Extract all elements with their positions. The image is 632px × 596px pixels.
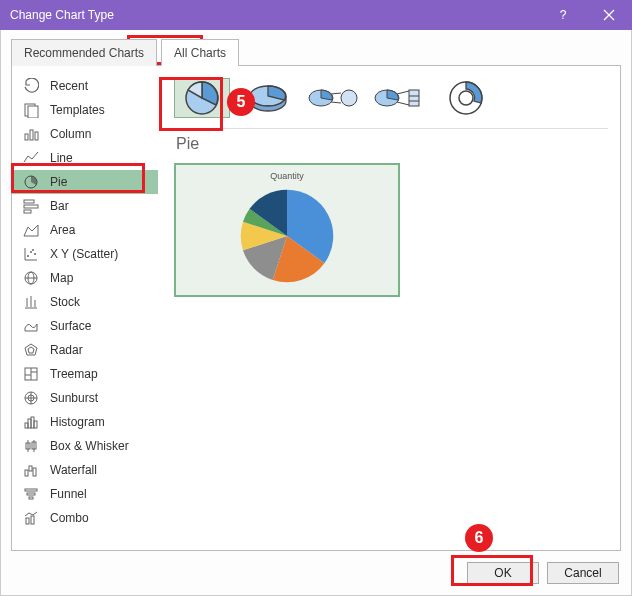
stock-icon: [22, 293, 40, 311]
sidebar-item-label: Pie: [50, 175, 67, 189]
map-icon: [22, 269, 40, 287]
sidebar-item-label: Sunburst: [50, 391, 98, 405]
sidebar-item-bar[interactable]: Bar: [12, 194, 158, 218]
subtype-title: Pie: [176, 135, 608, 153]
svg-line-56: [331, 102, 341, 103]
svg-rect-43: [25, 470, 28, 476]
sidebar-item-label: Recent: [50, 79, 88, 93]
sidebar-item-label: Map: [50, 271, 73, 285]
box-whisker-icon: [22, 437, 40, 455]
svg-rect-10: [24, 210, 31, 213]
svg-point-15: [30, 251, 32, 253]
subtype-row: [174, 78, 608, 118]
sidebar-item-recent[interactable]: Recent: [12, 74, 158, 98]
sidebar-item-label: Column: [50, 127, 91, 141]
surface-icon: [22, 317, 40, 335]
histogram-icon: [22, 413, 40, 431]
sidebar-item-label: Area: [50, 223, 75, 237]
sidebar-item-label: Funnel: [50, 487, 87, 501]
sidebar-item-line[interactable]: Line: [12, 146, 158, 170]
svg-marker-26: [28, 347, 34, 353]
svg-rect-44: [29, 466, 32, 471]
help-icon: ?: [560, 8, 567, 22]
sidebar-item-label: Templates: [50, 103, 105, 117]
bar-icon: [22, 197, 40, 215]
svg-point-14: [27, 255, 29, 257]
funnel-icon: [22, 485, 40, 503]
sidebar-item-label: Treemap: [50, 367, 98, 381]
main-panel: Recent Templates Column Line: [11, 66, 621, 551]
sidebar-item-combo[interactable]: Combo: [12, 506, 158, 530]
tab-label: All Charts: [174, 46, 226, 60]
svg-line-61: [397, 91, 409, 94]
titlebar: Change Chart Type ?: [0, 0, 632, 30]
sidebar-item-histogram[interactable]: Histogram: [12, 410, 158, 434]
sunburst-icon: [22, 389, 40, 407]
sidebar-item-map[interactable]: Map: [12, 266, 158, 290]
subtype-pie-of-pie[interactable]: [306, 78, 362, 118]
ok-button[interactable]: OK: [467, 562, 539, 584]
treemap-icon: [22, 365, 40, 383]
close-button[interactable]: [586, 0, 632, 30]
scatter-icon: [22, 245, 40, 263]
svg-rect-38: [34, 421, 37, 428]
tab-strip: Recommended Charts All Charts: [11, 38, 631, 65]
sidebar-item-label: Surface: [50, 319, 91, 333]
window-title: Change Chart Type: [10, 8, 114, 22]
cancel-button[interactable]: Cancel: [547, 562, 619, 584]
sidebar-item-box-whisker[interactable]: Box & Whisker: [12, 434, 158, 458]
sidebar-item-pie[interactable]: Pie: [12, 170, 158, 194]
bar-of-pie-subtype-icon: [373, 83, 427, 113]
sidebar-item-sunburst[interactable]: Sunburst: [12, 386, 158, 410]
svg-rect-46: [25, 489, 37, 491]
column-icon: [22, 125, 40, 143]
tab-recommended-charts[interactable]: Recommended Charts: [11, 39, 157, 66]
svg-point-54: [341, 90, 357, 106]
subtype-bar-of-pie[interactable]: [372, 78, 428, 118]
ok-label: OK: [494, 566, 511, 580]
pie-of-pie-subtype-icon: [307, 83, 361, 113]
subtype-pie-3d[interactable]: [240, 78, 296, 118]
sidebar-item-waterfall[interactable]: Waterfall: [12, 458, 158, 482]
svg-line-62: [397, 102, 409, 105]
svg-rect-8: [24, 200, 34, 203]
sidebar-item-treemap[interactable]: Treemap: [12, 362, 158, 386]
sidebar-item-area[interactable]: Area: [12, 218, 158, 242]
help-button[interactable]: ?: [540, 0, 586, 30]
doughnut-subtype-icon: [446, 79, 486, 117]
pie-3d-subtype-icon: [244, 81, 292, 115]
chart-category-list: Recent Templates Column Line: [12, 66, 158, 550]
sidebar-item-label: Bar: [50, 199, 69, 213]
subtype-doughnut[interactable]: [438, 78, 494, 118]
sidebar-item-label: Line: [50, 151, 73, 165]
sidebar-item-stock[interactable]: Stock: [12, 290, 158, 314]
chart-preview[interactable]: Quantity: [174, 163, 400, 297]
content-panel: Pie Quantity: [158, 66, 620, 550]
sidebar-item-label: Combo: [50, 511, 89, 525]
svg-point-16: [34, 253, 36, 255]
svg-rect-9: [24, 205, 38, 208]
line-icon: [22, 149, 40, 167]
sidebar-item-surface[interactable]: Surface: [12, 314, 158, 338]
combo-icon: [22, 509, 40, 527]
recent-icon: [22, 77, 40, 95]
svg-rect-48: [29, 497, 33, 499]
divider: [174, 128, 608, 129]
preview-title: Quantity: [270, 171, 304, 181]
sidebar-item-label: Histogram: [50, 415, 105, 429]
svg-marker-11: [24, 225, 38, 236]
svg-rect-49: [26, 518, 29, 524]
waterfall-icon: [22, 461, 40, 479]
sidebar-item-funnel[interactable]: Funnel: [12, 482, 158, 506]
templates-icon: [22, 101, 40, 119]
preview-pie-chart: [232, 183, 342, 289]
sidebar-item-column[interactable]: Column: [12, 122, 158, 146]
tab-all-charts[interactable]: All Charts: [161, 39, 239, 66]
subtype-pie[interactable]: [174, 78, 230, 118]
sidebar-item-radar[interactable]: Radar: [12, 338, 158, 362]
sidebar-item-scatter[interactable]: X Y (Scatter): [12, 242, 158, 266]
cancel-label: Cancel: [564, 566, 601, 580]
svg-rect-6: [35, 132, 38, 140]
sidebar-item-templates[interactable]: Templates: [12, 98, 158, 122]
sidebar-item-label: Stock: [50, 295, 80, 309]
